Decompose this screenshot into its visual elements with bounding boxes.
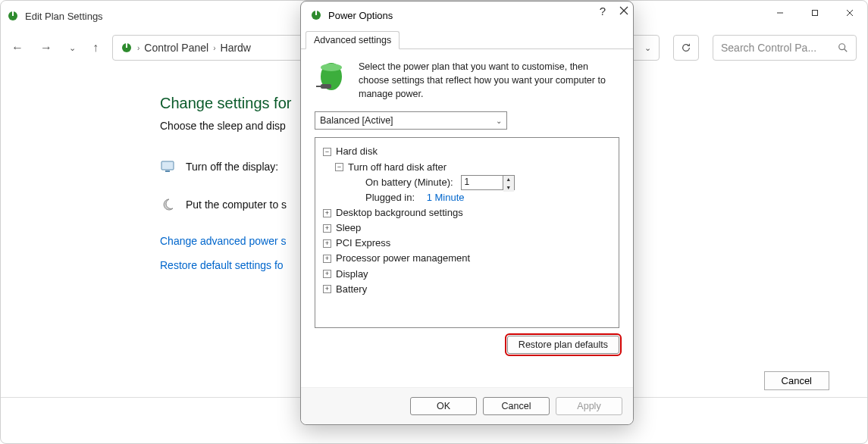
nav-back-icon[interactable]: ← bbox=[11, 41, 24, 55]
intro-row: Select the power plan that you want to c… bbox=[315, 60, 619, 101]
breadcrumb-root[interactable]: Control Panel bbox=[144, 42, 208, 54]
tab-advanced-settings[interactable]: Advanced settings bbox=[306, 31, 400, 49]
apply-button[interactable]: Apply bbox=[556, 397, 622, 415]
minimize-button[interactable] bbox=[763, 1, 797, 25]
spin-up-icon[interactable]: ▲ bbox=[503, 176, 514, 184]
help-button[interactable]: ? bbox=[600, 5, 606, 17]
dialog-titlebar: Power Options ? bbox=[301, 2, 633, 29]
svg-point-17 bbox=[321, 64, 342, 71]
breadcrumb-dropdown-icon[interactable]: ⌄ bbox=[644, 43, 651, 53]
chevron-right-icon: › bbox=[137, 44, 139, 52]
parent-window-title: Edit Plan Settings bbox=[25, 11, 103, 22]
expand-icon[interactable]: + bbox=[323, 270, 331, 278]
plugged-in-label: Plugged in: bbox=[365, 190, 415, 205]
monitor-icon bbox=[160, 159, 175, 174]
on-battery-spinner[interactable]: 1 ▲▼ bbox=[461, 175, 515, 190]
breadcrumb-next[interactable]: Hardw bbox=[221, 42, 251, 54]
tree-hard-disk[interactable]: Hard disk bbox=[336, 144, 378, 159]
svg-rect-13 bbox=[315, 11, 317, 15]
parent-cancel-button[interactable]: Cancel bbox=[764, 371, 829, 390]
chevron-right-icon: › bbox=[213, 44, 215, 52]
power-plan-select[interactable]: Balanced [Active] ⌄ bbox=[315, 111, 507, 130]
expand-icon[interactable]: + bbox=[323, 285, 331, 293]
refresh-button[interactable] bbox=[673, 35, 699, 61]
expand-icon[interactable]: + bbox=[323, 224, 331, 233]
maximize-button[interactable] bbox=[797, 1, 832, 25]
search-placeholder: Search Control Pa... bbox=[721, 42, 816, 54]
svg-point-8 bbox=[839, 44, 845, 50]
power-plan-icon bbox=[7, 10, 19, 22]
tree-pci[interactable]: PCI Express bbox=[336, 236, 390, 251]
power-options-dialog: Power Options ? Advanced settings Select… bbox=[300, 1, 634, 425]
settings-tree: −Hard disk −Turn off hard disk after On … bbox=[315, 137, 619, 328]
tree-sleep[interactable]: Sleep bbox=[336, 220, 361, 236]
chevron-down-icon: ⌄ bbox=[496, 117, 502, 125]
svg-rect-11 bbox=[165, 170, 170, 172]
breadcrumb-icon bbox=[121, 42, 133, 54]
svg-rect-1 bbox=[12, 11, 14, 16]
expand-icon[interactable]: + bbox=[323, 255, 331, 263]
tree-display[interactable]: Display bbox=[336, 267, 368, 282]
intro-text: Select the power plan that you want to c… bbox=[359, 60, 619, 101]
power-options-icon bbox=[310, 9, 322, 21]
tree-desktop-bg[interactable]: Desktop background settings bbox=[336, 205, 463, 220]
put-computer-sleep-label: Put the computer to s bbox=[186, 199, 287, 211]
plugged-in-value[interactable]: 1 Minute bbox=[427, 190, 465, 205]
svg-line-9 bbox=[844, 49, 848, 52]
spin-down-icon[interactable]: ▼ bbox=[503, 184, 514, 192]
restore-plan-defaults-button[interactable]: Restore plan defaults bbox=[507, 336, 619, 354]
tree-turn-off-after[interactable]: Turn off hard disk after bbox=[348, 160, 447, 175]
dialog-close-button[interactable] bbox=[619, 5, 628, 17]
nav-recent-chevron-icon[interactable]: ⌄ bbox=[69, 43, 76, 53]
search-input[interactable]: Search Control Pa... bbox=[713, 35, 857, 61]
close-button[interactable] bbox=[832, 1, 867, 25]
expand-icon[interactable]: + bbox=[323, 209, 331, 217]
svg-rect-18 bbox=[321, 84, 331, 89]
tree-battery[interactable]: Battery bbox=[336, 282, 367, 297]
refresh-icon bbox=[681, 42, 691, 53]
svg-rect-3 bbox=[813, 11, 818, 16]
edit-plan-settings-window: Edit Plan Settings ← → ⌄ ↑ › Control Pan… bbox=[0, 0, 868, 444]
cancel-button[interactable]: Cancel bbox=[483, 397, 550, 415]
search-icon bbox=[838, 42, 848, 53]
nav-forward-icon[interactable]: → bbox=[40, 41, 52, 55]
expand-icon[interactable]: + bbox=[323, 239, 331, 248]
turn-off-display-label: Turn off the display: bbox=[186, 161, 278, 173]
dialog-footer: OK Cancel Apply bbox=[301, 387, 633, 424]
ok-button[interactable]: OK bbox=[410, 397, 477, 415]
svg-rect-10 bbox=[161, 161, 174, 170]
battery-plug-icon bbox=[315, 60, 348, 93]
moon-icon bbox=[160, 197, 175, 212]
svg-rect-7 bbox=[126, 43, 127, 48]
on-battery-label: On battery (Minute): bbox=[365, 175, 453, 190]
collapse-icon[interactable]: − bbox=[323, 148, 331, 156]
on-battery-value[interactable]: 1 bbox=[462, 176, 503, 189]
tab-strip: Advanced settings bbox=[301, 30, 633, 49]
nav-up-icon[interactable]: ↑ bbox=[92, 41, 99, 55]
plan-selected-value: Balanced [Active] bbox=[320, 115, 393, 126]
dialog-title: Power Options bbox=[328, 10, 393, 21]
tree-ppm[interactable]: Processor power management bbox=[336, 251, 470, 266]
collapse-icon[interactable]: − bbox=[335, 163, 343, 171]
